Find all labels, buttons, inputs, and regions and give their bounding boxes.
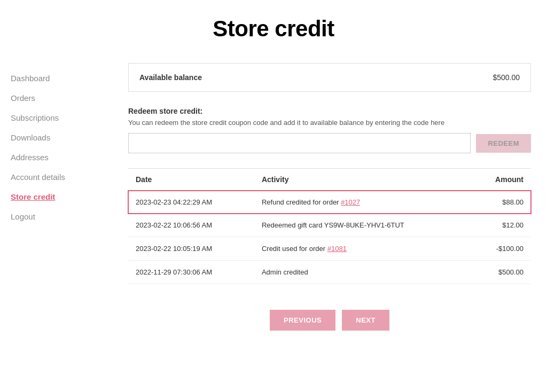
next-button[interactable]: NEXT: [342, 310, 389, 331]
sidebar-item-orders[interactable]: Orders: [11, 88, 107, 108]
cell-activity: Credit used for order #1081: [254, 237, 472, 261]
table-row: 2022-11-29 07:30:06 AM Admin credited $5…: [128, 261, 531, 284]
page-wrapper: Store credit Dashboard Orders Subscripti…: [0, 0, 547, 392]
col-header-amount: Amount: [471, 169, 531, 191]
sidebar: Dashboard Orders Subscriptions Downloads…: [0, 63, 118, 381]
sidebar-item-logout[interactable]: Logout: [11, 207, 107, 226]
cell-date: 2023-02-22 10:06:56 AM: [128, 214, 254, 237]
redeem-input[interactable]: [128, 133, 471, 153]
table-row: 2023-02-23 04:22:29 AM Refund credited f…: [128, 191, 531, 214]
order-link[interactable]: #1027: [341, 198, 360, 206]
cell-amount: $500.00: [471, 261, 531, 284]
page-title-area: Store credit: [0, 0, 547, 52]
sidebar-item-subscriptions[interactable]: Subscriptions: [11, 108, 107, 128]
redeem-row: REDEEM: [128, 133, 531, 153]
redeem-section: Redeem store credit: You can redeem the …: [128, 107, 531, 153]
order-link[interactable]: #1081: [327, 245, 347, 253]
sidebar-item-store-credit[interactable]: Store credit: [11, 187, 107, 207]
table-row: 2023-02-22 10:06:56 AM Redeemed gift car…: [128, 214, 531, 237]
balance-label: Available balance: [139, 73, 202, 82]
cell-amount: $88.00: [471, 191, 531, 214]
cell-activity: Redeemed gift card YS9W-8UKE-YHV1-6TUT: [254, 214, 472, 237]
cell-activity: Refund credited for order #1027: [254, 191, 472, 214]
redeem-description: You can redeem the store credit coupon c…: [128, 119, 531, 127]
balance-box: Available balance $500.00: [128, 63, 531, 92]
transactions-table: Date Activity Amount 2023-02-23 04:22:29…: [128, 168, 531, 284]
redeem-button[interactable]: REDEEM: [476, 134, 531, 153]
sidebar-item-addresses[interactable]: Addresses: [11, 147, 107, 167]
content-area: Dashboard Orders Subscriptions Downloads…: [0, 52, 547, 392]
col-header-activity: Activity: [254, 169, 472, 191]
sidebar-item-account-details[interactable]: Account details: [11, 167, 107, 187]
cell-date: 2022-11-29 07:30:06 AM: [128, 261, 254, 284]
cell-activity: Admin credited: [254, 261, 472, 284]
table-row: 2023-02-22 10:05:19 AM Credit used for o…: [128, 237, 531, 261]
col-header-date: Date: [128, 169, 254, 191]
table-header-row: Date Activity Amount: [128, 169, 531, 191]
cell-amount: $12.00: [471, 214, 531, 237]
pagination: PREVIOUS NEXT: [128, 299, 531, 336]
sidebar-item-dashboard[interactable]: Dashboard: [11, 68, 107, 88]
activity-text: Credit used for order: [262, 245, 327, 253]
sidebar-item-downloads[interactable]: Downloads: [11, 128, 107, 147]
cell-date: 2023-02-23 04:22:29 AM: [128, 191, 254, 214]
redeem-title: Redeem store credit:: [128, 107, 531, 115]
page-title: Store credit: [11, 16, 536, 42]
previous-button[interactable]: PREVIOUS: [270, 310, 335, 331]
balance-value: $500.00: [493, 73, 520, 82]
main-content: Available balance $500.00 Redeem store c…: [118, 63, 547, 381]
activity-text: Refund credited for order: [262, 198, 341, 206]
cell-date: 2023-02-22 10:05:19 AM: [128, 237, 254, 261]
cell-amount: -$100.00: [471, 237, 531, 261]
